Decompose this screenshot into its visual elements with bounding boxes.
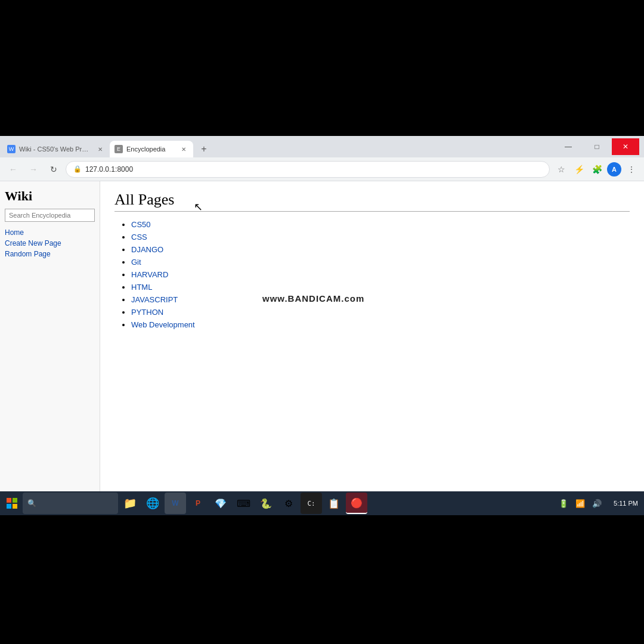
page-link[interactable]: CSS [131,233,147,242]
taskbar-app-terminal[interactable]: 📋 [323,493,345,514]
title-bar: W Wiki - CS50's Web Programmin... ✕ E En… [0,136,644,157]
list-item: DJANGO [131,245,630,254]
tab1-favicon: W [7,145,16,153]
tab2-label: Encyclopedia [126,145,175,153]
list-item: HTML [131,283,630,292]
new-tab-button[interactable]: + [196,141,212,157]
menu-button[interactable]: ⋮ [624,162,639,177]
black-top-area [0,0,644,136]
address-input-wrap[interactable]: 🔒 127.0.0.1:8000 [66,161,550,178]
minimize-button[interactable]: — [555,138,582,155]
forward-button[interactable]: → [25,161,42,178]
black-bottom-area [0,515,644,634]
page-link[interactable]: DJANGO [131,245,163,254]
extension-button[interactable]: ⚡ [571,162,587,177]
taskbar-search[interactable]: 🔍 [23,493,118,514]
page-link[interactable]: HARVARD [131,270,168,279]
sidebar-link-home[interactable]: Home [5,228,95,237]
list-item: CSS [131,233,630,242]
tab1-label: Wiki - CS50's Web Programmin... [19,145,92,153]
tab-1[interactable]: W Wiki - CS50's Web Programmin... ✕ [2,141,110,157]
tab2-favicon: E [114,145,123,153]
list-item: CS50 [131,220,630,229]
list-item: PYTHON [131,308,630,317]
page-link[interactable]: Git [131,258,141,267]
page-link[interactable]: JAVASCRIPT [131,295,178,304]
taskbar-app-word[interactable]: W [165,493,186,514]
taskbar-app-settings[interactable]: ⚙ [278,493,299,514]
sidebar: Wiki Home Create New Page Random Page [0,181,100,491]
start-button[interactable] [2,494,21,513]
page-content: Wiki Home Create New Page Random Page Al… [0,181,644,491]
maximize-button[interactable]: □ [583,138,611,155]
network-icon[interactable]: 📶 [573,496,587,510]
main-content: All Pages CS50CSSDJANGOGitHARVARDHTMLJAV… [100,181,644,491]
list-item: JAVASCRIPT [131,295,630,304]
taskbar-clock[interactable]: 5:11 PM [610,499,642,508]
bookmark-button[interactable]: ☆ [553,162,569,177]
address-bar: ← → ↻ 🔒 127.0.0.1:8000 www.BANDICAM.com … [0,157,644,181]
sidebar-title: Wiki [5,188,95,204]
extensions-button[interactable]: 🧩 [589,162,605,177]
address-actions: ☆ ⚡ 🧩 A ⋮ [553,162,639,177]
list-item: HARVARD [131,270,630,279]
taskbar-app-explorer[interactable]: 📁 [119,493,141,514]
page-list: CS50CSSDJANGOGitHARVARDHTMLJAVASCRIPTPYT… [114,220,630,329]
page-link[interactable]: Web Development [131,320,195,329]
tab1-close[interactable]: ✕ [95,144,105,154]
taskbar-app-ie[interactable]: 🌐 [142,493,163,514]
windows-logo [7,498,17,509]
address-text: 127.0.0.1:8000 [85,165,542,174]
battery-icon[interactable]: 🔋 [556,496,571,510]
back-button[interactable]: ← [5,161,21,178]
tab-container: W Wiki - CS50's Web Programmin... ✕ E En… [2,136,555,157]
sidebar-link-create[interactable]: Create New Page [5,239,95,248]
taskbar-app-cmd[interactable]: C: [301,493,322,514]
sidebar-link-random[interactable]: Random Page [5,249,95,259]
browser-window: W Wiki - CS50's Web Programmin... ✕ E En… [0,136,644,515]
taskbar-tray: 🔋 📶 🔊 [556,496,609,510]
taskbar-app-python[interactable]: 🐍 [255,493,277,514]
close-button[interactable]: ✕ [612,138,639,155]
taskbar-app-vscode[interactable]: ⌨ [233,493,254,514]
volume-icon[interactable]: 🔊 [590,496,604,510]
tab2-close[interactable]: ✕ [179,144,188,154]
taskbar-app-ppt[interactable]: P [187,493,209,514]
sidebar-nav: Home Create New Page Random Page [5,228,95,259]
page-title: All Pages [114,191,630,212]
taskbar-app-vs[interactable]: 💎 [210,493,231,514]
lock-icon: 🔒 [73,165,82,173]
profile-button[interactable]: A [607,162,621,177]
search-taskbar-icon: 🔍 [27,499,36,507]
page-link[interactable]: HTML [131,283,152,292]
page-link[interactable]: CS50 [131,220,151,229]
tab-2[interactable]: E Encyclopedia ✕ [110,141,193,157]
page-link[interactable]: PYTHON [131,308,163,317]
taskbar: 🔍 📁 🌐 W P 💎 ⌨ 🐍 ⚙ C: 📋 🔴 🔋 📶 🔊 5:11 PM [0,491,644,515]
taskbar-app-bandicam[interactable]: 🔴 [346,493,367,514]
search-input[interactable] [5,209,95,222]
list-item: Web Development [131,320,630,329]
reload-button[interactable]: ↻ [45,161,62,178]
window-controls: — □ ✕ [555,138,642,155]
list-item: Git [131,258,630,267]
